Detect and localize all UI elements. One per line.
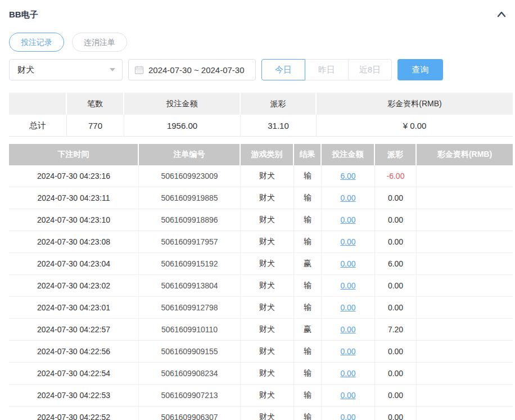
records-table: 下注时间注单编号游戏类别结果投注金额派彩彩金资料(RMB) 2024-07-30… <box>9 144 513 420</box>
table-row: 2024-07-30 04:23:015061609912798财犬输0.000… <box>9 297 513 319</box>
cell-time: 2024-07-30 04:22:57 <box>9 319 139 340</box>
bet-amount-link[interactable]: 0.00 <box>340 303 355 312</box>
tabs: 投注记录 连消注单 <box>9 33 513 52</box>
today-button[interactable]: 今日 <box>261 59 305 80</box>
table-header-cell: 注单编号 <box>139 144 241 165</box>
cell-game: 财犬 <box>241 209 294 231</box>
cell-payout: 0.00 <box>375 209 417 231</box>
cell-time: 2024-07-30 04:22:52 <box>9 407 139 420</box>
bet-amount-link[interactable]: 0.00 <box>340 369 355 378</box>
bet-amount-link[interactable]: 0.00 <box>340 215 355 224</box>
summary-header-cell: 彩金资料(RMB) <box>317 93 513 115</box>
last-8-days-button[interactable]: 近8日 <box>348 59 392 80</box>
summary-header-cell <box>9 93 67 115</box>
page-title: BB电子 <box>9 10 38 20</box>
date-range-value: 2024-07-30 ~ 2024-07-30 <box>148 65 245 75</box>
summary-header-cell: 派彩 <box>241 93 317 115</box>
cell-time: 2024-07-30 04:23:08 <box>9 231 139 252</box>
cell-bet: 0.00 <box>322 187 375 209</box>
collapse-button[interactable] <box>495 8 508 21</box>
cell-bet: 0.00 <box>322 385 375 406</box>
cell-payout: 0.00 <box>375 231 417 252</box>
game-select[interactable]: 财犬 <box>9 59 123 80</box>
cell-game: 财犬 <box>241 165 294 187</box>
cell-order: 5061609918896 <box>139 209 241 231</box>
table-header-cell: 彩金资料(RMB) <box>417 144 513 165</box>
bet-amount-link[interactable]: 0.00 <box>340 347 355 356</box>
cell-game: 财犬 <box>241 187 294 209</box>
cell-order: 5061609909155 <box>139 341 241 362</box>
table-row: 2024-07-30 04:23:085061609917957财犬输0.000… <box>9 231 513 253</box>
query-button[interactable]: 查询 <box>397 59 443 80</box>
cell-payout: 0.00 <box>375 341 417 362</box>
bet-amount-link[interactable]: 0.00 <box>340 237 355 246</box>
cell-bet: 0.00 <box>322 231 375 252</box>
cell-game: 财犬 <box>241 253 294 274</box>
calendar-icon <box>134 65 144 75</box>
bet-amount-link[interactable]: 0.00 <box>340 391 355 400</box>
cell-bonus <box>417 275 513 296</box>
cell-time: 2024-07-30 04:22:53 <box>9 385 139 406</box>
bet-amount-link[interactable]: 0.00 <box>340 325 355 334</box>
bet-amount-link[interactable]: 0.00 <box>340 259 355 268</box>
cell-bet: 0.00 <box>322 275 375 296</box>
cell-game: 财犬 <box>241 363 294 384</box>
cell-order: 5061609913804 <box>139 275 241 296</box>
cell-time: 2024-07-30 04:22:54 <box>9 363 139 384</box>
caret-down-icon <box>110 68 115 71</box>
summary-header-row: 笔数投注金额派彩彩金资料(RMB) <box>9 93 513 115</box>
yesterday-button[interactable]: 昨日 <box>305 59 349 80</box>
bet-amount-link[interactable]: 6.00 <box>340 171 355 180</box>
bet-amount-link[interactable]: 0.00 <box>340 413 355 420</box>
cell-bet: 6.00 <box>322 165 375 187</box>
cell-time: 2024-07-30 04:23:10 <box>9 209 139 231</box>
cell-time: 2024-07-30 04:23:04 <box>9 253 139 274</box>
cell-order: 5061609917957 <box>139 231 241 252</box>
bet-amount-link[interactable]: 0.00 <box>340 281 355 290</box>
table-body: 2024-07-30 04:23:165061609923009财犬输6.00-… <box>9 165 513 420</box>
cell-time: 2024-07-30 04:23:16 <box>9 165 139 187</box>
cell-order: 5061609912798 <box>139 297 241 318</box>
cell-bonus <box>417 231 513 252</box>
cell-order: 5061609919885 <box>139 187 241 209</box>
cell-bonus <box>417 253 513 274</box>
cell-bet: 0.00 <box>322 319 375 340</box>
cell-time: 2024-07-30 04:23:01 <box>9 297 139 318</box>
cell-order: 5061609908234 <box>139 363 241 384</box>
date-range-input[interactable]: 2024-07-30 ~ 2024-07-30 <box>128 59 256 80</box>
cell-result: 赢 <box>294 253 322 274</box>
cell-time: 2024-07-30 04:23:02 <box>9 275 139 296</box>
cell-result: 输 <box>294 297 322 318</box>
cell-payout: 0.00 <box>375 385 417 406</box>
summary-total-label: 总计 <box>9 115 67 137</box>
bet-records-panel: BB电子 投注记录 连消注单 财犬 2024-07-30 ~ 2024-07-3… <box>0 0 515 420</box>
summary-header-cell: 投注金额 <box>124 93 241 115</box>
cell-order: 5061609907213 <box>139 385 241 406</box>
table-header-cell: 下注时间 <box>9 144 139 165</box>
table-header-cell: 投注金额 <box>322 144 375 165</box>
table-row: 2024-07-30 04:23:025061609913804财犬输0.000… <box>9 275 513 297</box>
cell-bonus <box>417 319 513 340</box>
table-row: 2024-07-30 04:22:575061609910110财犬赢0.007… <box>9 319 513 341</box>
cell-game: 财犬 <box>241 385 294 406</box>
summary-header-cell: 笔数 <box>67 93 124 115</box>
cell-payout: -6.00 <box>375 165 417 187</box>
summary-total-value: 770 <box>67 115 124 137</box>
cell-bet: 0.00 <box>322 209 375 231</box>
cell-payout: 0.00 <box>375 187 417 209</box>
bet-amount-link[interactable]: 0.00 <box>340 193 355 202</box>
chevron-up-icon <box>496 9 507 20</box>
cell-bet: 0.00 <box>322 297 375 318</box>
quick-date-group: 今日 昨日 近8日 <box>261 59 392 80</box>
tab-bet-records[interactable]: 投注记录 <box>9 33 64 52</box>
panel-header: BB电子 <box>9 8 513 21</box>
tab-cancelled-orders[interactable]: 连消注单 <box>72 33 127 52</box>
cell-bonus <box>417 385 513 406</box>
cell-order: 5061609923009 <box>139 165 241 187</box>
table-header-cell: 结果 <box>294 144 322 165</box>
cell-game: 财犬 <box>241 231 294 252</box>
cell-result: 赢 <box>294 319 322 340</box>
cell-payout: 0.00 <box>375 275 417 296</box>
cell-bet: 0.00 <box>322 363 375 384</box>
table-header-cell: 游戏类别 <box>241 144 294 165</box>
